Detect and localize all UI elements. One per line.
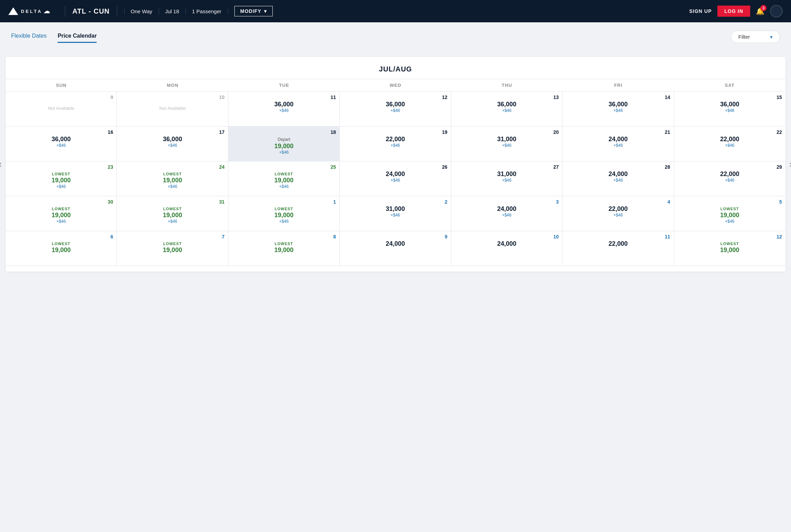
cell-price: 31,000 [386,205,405,213]
calendar-cell[interactable]: 23LOWEST19,000+$46 [6,161,117,196]
cell-tax: +$46 [391,178,400,183]
app-header: DELTA ☁ ATL - CUN One Way Jul 18 1 Passe… [0,0,791,22]
calendar-cell[interactable]: 30LOWEST19,000+$46 [6,196,117,231]
day-header-fri: FRI [563,79,674,91]
filter-button[interactable]: Filter ▾ [731,31,780,43]
calendar-cell[interactable]: 2624,000+$46 [340,161,451,196]
cell-tax: +$46 [279,150,289,155]
cell-price: 36,000 [609,101,628,108]
cell-tax: +$46 [279,184,289,189]
cell-price: 19,000 [720,212,739,219]
calendar-cell[interactable]: 9Not Available [6,92,117,127]
calendar-cell[interactable]: 231,000+$46 [340,196,451,231]
modify-button[interactable]: MODIFY ▾ [234,6,273,16]
cell-price: 31,000 [497,170,516,178]
lowest-label: LOWEST [52,172,70,176]
filter-chevron-icon: ▾ [770,34,773,40]
cell-tax: +$46 [613,178,623,183]
cell-tax: +$46 [168,184,177,189]
day-header-sun: SUN [6,79,117,91]
cell-date: 25 [232,164,336,170]
next-month-button[interactable]: › [789,159,791,170]
logo-text: DELTA [21,9,42,14]
passenger-count: 1 Passenger [186,8,228,14]
modify-chevron-icon: ▾ [264,8,267,14]
cell-tax: +$46 [725,219,734,224]
cell-date: 11 [232,94,336,100]
modify-label: MODIFY [240,8,261,14]
not-available-label: Not Available [159,106,186,111]
cell-price: 24,000 [609,136,628,143]
lowest-label: LOWEST [52,207,70,211]
notification-button[interactable]: 🔔 3 [756,7,764,15]
calendar-cell[interactable]: 1536,000+$46 [674,92,785,127]
calendar-cell[interactable]: 1LOWEST19,000+$46 [228,196,340,231]
cell-tax: +$46 [502,213,511,218]
prev-month-button[interactable]: ‹ [0,159,2,170]
lowest-label: LOWEST [721,207,739,211]
calendar-cell[interactable]: 2824,000+$46 [563,161,674,196]
tab-flexible-dates[interactable]: Flexible Dates [11,33,46,43]
calendar-cell[interactable]: 1136,000+$46 [228,92,340,127]
signup-button[interactable]: SIGN UP [689,8,712,14]
tab-price-calendar[interactable]: Price Calendar [58,33,97,43]
calendar-cell[interactable]: 324,000+$46 [451,196,563,231]
cell-price: 19,000 [720,246,739,254]
cell-tax: +$46 [502,108,511,113]
cell-tax: +$46 [56,219,66,224]
cell-price: 36,000 [720,101,739,108]
calendar-cell[interactable]: 12LOWEST19,000 [674,231,785,266]
header-divider-1 [65,6,65,17]
calendar-cell[interactable]: 8LOWEST19,000 [228,231,340,266]
calendar-cell[interactable]: 7LOWEST19,000 [117,231,228,266]
calendar-cell[interactable]: 422,000+$46 [563,196,674,231]
calendar-cell[interactable]: 924,000 [340,231,451,266]
filter-label: Filter [738,34,750,40]
calendar-cell[interactable]: 6LOWEST19,000 [6,231,117,266]
delta-triangle-icon [8,7,18,15]
calendar-cell[interactable]: 2124,000+$46 [563,127,674,161]
calendar-cell[interactable]: 2222,000+$46 [674,127,785,161]
cell-date: 9 [343,234,447,240]
login-button[interactable]: LOG IN [717,6,750,17]
calendar-cell[interactable]: 2922,000+$46 [674,161,785,196]
calendar-cell[interactable]: 25LOWEST19,000+$46 [228,161,340,196]
calendar-cell[interactable]: 1636,000+$46 [6,127,117,161]
calendar-cell[interactable]: 1122,000 [563,231,674,266]
calendar-cell[interactable]: 1236,000+$46 [340,92,451,127]
calendar-cell[interactable]: 1436,000+$46 [563,92,674,127]
calendar-cell[interactable]: 1736,000+$46 [117,127,228,161]
calendar-cell[interactable]: 2031,000+$46 [451,127,563,161]
calendar-cell[interactable]: 2731,000+$46 [451,161,563,196]
notification-badge: 3 [760,5,767,11]
cell-price: 19,000 [52,212,71,219]
cell-price: 24,000 [497,240,516,248]
cell-date: 10 [455,234,559,240]
cell-price: 22,000 [720,170,739,178]
cell-price: 22,000 [609,240,628,248]
cell-price: 24,000 [386,240,405,248]
calendar-cell[interactable]: 1024,000 [451,231,563,266]
cell-date: 10 [120,94,224,100]
cell-price: 19,000 [52,177,71,184]
cell-price: 19,000 [274,246,294,254]
calendar-cell[interactable]: 1336,000+$46 [451,92,563,127]
calendar-cell[interactable]: 31LOWEST19,000+$46 [117,196,228,231]
cell-date: 12 [343,94,447,100]
cell-tax: +$46 [725,108,734,113]
calendar-cell[interactable]: 10Not Available [117,92,228,127]
cell-tax: +$46 [168,219,177,224]
cell-tax: +$46 [391,213,400,218]
cell-price: 19,000 [163,177,182,184]
cell-date: 6 [9,234,113,240]
calendar-cell[interactable]: 5LOWEST19,000+$46 [674,196,785,231]
lowest-label: LOWEST [163,172,182,176]
calendar-cell[interactable]: 1922,000+$46 [340,127,451,161]
cell-price: 36,000 [163,136,182,143]
cell-date: 7 [120,234,224,240]
cell-date: 15 [678,94,782,100]
lowest-label: LOWEST [163,207,182,211]
calendar-cell[interactable]: 18Depart19,000+$46 [228,127,340,161]
calendar-cell[interactable]: 24LOWEST19,000+$46 [117,161,228,196]
calendar-month-title: JUL/AUG [6,57,785,79]
